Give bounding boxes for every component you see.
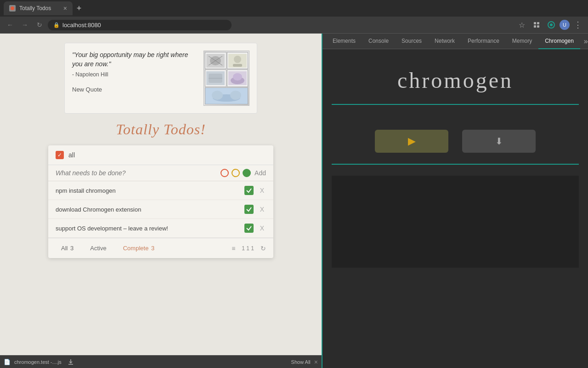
download-progress (67, 358, 74, 366)
check-all-button[interactable]: ✓ (56, 151, 64, 159)
priority-green-button[interactable] (243, 169, 251, 177)
devtools-tabs: Elements Console Sources Network Perform… (322, 34, 588, 49)
quote-text: "Your big opportunity may be right where… (72, 51, 198, 69)
todo-text: download Chromogen extension (56, 206, 240, 213)
priority-red-button[interactable] (220, 169, 229, 177)
app-title: Totally Todos! (116, 121, 206, 138)
add-button[interactable]: Add (254, 169, 266, 177)
comic-image (204, 51, 249, 106)
tab-favicon (9, 5, 16, 12)
download-icon: ⬇ (495, 136, 503, 147)
complete-filter-button[interactable]: Complete 3 (116, 242, 162, 254)
all-label: all (68, 151, 75, 159)
active-filter-button[interactable]: Active (83, 242, 113, 254)
tab-sources[interactable]: Sources (395, 34, 428, 49)
todo-text: npm install chromogen (56, 187, 240, 194)
tab-more-button[interactable]: » (580, 37, 588, 46)
devtools-panel: Elements Console Sources Network Perform… (322, 34, 588, 368)
svg-rect-2 (537, 22, 539, 24)
quote-author: - Napoleon Hill (72, 71, 198, 78)
star-button[interactable]: ☆ (515, 18, 528, 31)
counter-display: 1 1 1 (239, 245, 257, 252)
chromogen-bottom-divider (332, 164, 579, 165)
chromegen-icon[interactable] (545, 18, 558, 31)
url-text: localhost:8080 (62, 22, 101, 29)
download-file-label: chromogen.test -....js (14, 359, 62, 365)
nav-bar: ← → ↻ 🔒 localhost:8080 ☆ U ⋮ (0, 17, 588, 33)
nav-right: ☆ U ⋮ (515, 18, 584, 31)
todo-item: npm install chromogen X (48, 181, 273, 200)
chromogen-play-button[interactable]: ▶ (375, 130, 448, 153)
tab-network[interactable]: Network (428, 34, 461, 49)
svg-point-12 (234, 56, 241, 63)
menu-button[interactable]: ⋮ (571, 18, 584, 31)
extensions-button[interactable] (530, 18, 543, 31)
priority-yellow-button[interactable] (232, 169, 240, 177)
todo-text: support OS development – leave a review! (56, 225, 240, 232)
lock-icon: 🔒 (53, 22, 60, 28)
new-tab-button[interactable]: + (73, 2, 85, 15)
tab-memory[interactable]: Memory (506, 34, 538, 49)
tab-bar: Totally Todos × + (0, 0, 588, 17)
comic-cell-4 (227, 69, 249, 86)
todo-checkbox-1[interactable] (244, 186, 254, 195)
todos-container: ✓ all Add npm install chromogen X (48, 145, 273, 258)
browser-content: "Your big opportunity may be right where… (0, 34, 322, 368)
comic-cell-3 (205, 69, 226, 86)
quote-card: "Your big opportunity may be right where… (64, 43, 257, 114)
svg-point-6 (550, 23, 553, 26)
bottom-bar-close-button[interactable]: × (314, 358, 318, 366)
svg-rect-1 (534, 22, 536, 24)
todo-item: download Chromogen extension X (48, 200, 273, 219)
new-quote-button[interactable]: New Quote (72, 86, 102, 93)
priority-circles (220, 169, 251, 177)
chromogen-top-divider (332, 104, 579, 105)
todo-delete-3[interactable]: X (258, 224, 266, 232)
todo-delete-1[interactable]: X (258, 187, 266, 194)
tab-elements[interactable]: Elements (326, 34, 362, 49)
forward-button[interactable]: → (18, 18, 31, 31)
tab-chromogen[interactable]: Chromogen (538, 34, 580, 49)
back-button[interactable]: ← (4, 18, 17, 31)
add-row: Add (48, 165, 273, 181)
tab-console[interactable]: Console (362, 34, 395, 49)
show-all-button[interactable]: Show All (291, 359, 311, 365)
comic-cell-1 (205, 52, 226, 69)
active-tab[interactable]: Totally Todos × (4, 1, 73, 15)
reload-button[interactable]: ↻ (33, 18, 46, 31)
tab-title: Totally Todos (19, 5, 51, 12)
chromogen-title: chromogen (397, 68, 513, 93)
bottom-bar: 📄 chromogen.test -....js Show All × (0, 355, 322, 368)
chromogen-download-button[interactable]: ⬇ (462, 130, 536, 153)
play-icon: ▶ (408, 135, 416, 147)
svg-rect-3 (534, 25, 536, 28)
browser-chrome: Totally Todos × + ← → ↻ 🔒 localhost:8080… (0, 0, 588, 34)
tab-performance[interactable]: Performance (461, 34, 506, 49)
chromogen-buttons: ▶ ⬇ (375, 130, 536, 153)
todos-header: ✓ all (48, 145, 273, 165)
svg-rect-4 (537, 25, 539, 28)
tab-close-button[interactable]: × (63, 5, 67, 12)
comic-cell-5 (205, 87, 248, 104)
svg-point-19 (233, 73, 242, 80)
address-bar[interactable]: 🔒 localhost:8080 (48, 20, 232, 30)
all-filter-button[interactable]: All 3 (54, 242, 81, 254)
comic-cell-2 (227, 52, 249, 69)
sort-button[interactable]: ≡ (230, 243, 237, 254)
main-area: "Your big opportunity may be right where… (0, 34, 588, 368)
todo-delete-2[interactable]: X (258, 206, 266, 213)
quote-text-area: "Your big opportunity may be right where… (72, 51, 198, 93)
svg-point-22 (212, 91, 223, 100)
refresh-button[interactable]: ↻ (259, 243, 268, 254)
svg-point-0 (11, 6, 14, 10)
user-avatar[interactable]: U (560, 20, 570, 30)
todo-checkbox-2[interactable] (244, 205, 254, 214)
svg-point-23 (230, 91, 241, 100)
todo-input[interactable] (56, 169, 217, 177)
svg-rect-13 (233, 64, 242, 67)
file-icon: 📄 (4, 359, 11, 365)
todo-item: support OS development – leave a review!… (48, 219, 273, 238)
todos-footer: All 3 Active Complete 3 ≡ 1 1 1 ↻ (48, 238, 273, 258)
todo-checkbox-3[interactable] (244, 224, 254, 233)
chromogen-output-area (332, 176, 579, 268)
